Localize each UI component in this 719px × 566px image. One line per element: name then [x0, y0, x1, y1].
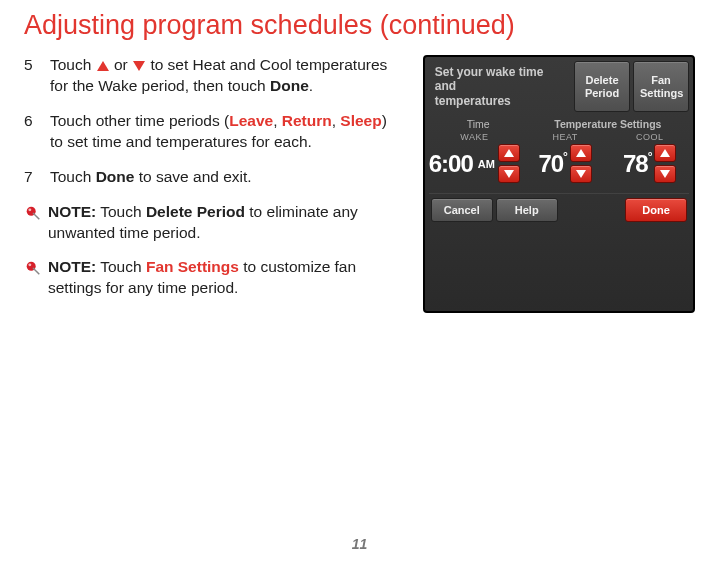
time-down-button[interactable] — [498, 165, 520, 183]
wake-label: WAKE — [429, 132, 520, 142]
svg-line-2 — [33, 213, 39, 219]
heat-label: HEAT — [526, 132, 605, 142]
up-arrow-icon — [97, 61, 109, 71]
text: Period — [581, 87, 623, 99]
note-delete-period: NOTE: Touch Delete Period to eliminate a… — [24, 202, 403, 244]
text: , — [273, 112, 282, 129]
down-arrow-icon — [133, 61, 145, 71]
note-text: NOTE: Touch Delete Period to eliminate a… — [48, 202, 403, 244]
cool-label: COOL — [610, 132, 689, 142]
text: 78 — [623, 150, 648, 177]
degree-icon: ° — [648, 150, 652, 164]
text: Delete — [581, 74, 623, 86]
cool-down-button[interactable] — [654, 165, 676, 183]
return-keyword: Return — [282, 112, 332, 129]
text: to save and exit. — [134, 168, 251, 185]
step-number: 6 — [24, 111, 50, 153]
note-fan-settings: NOTE: Touch Fan Settings to customize fa… — [24, 257, 403, 299]
step-text: Touch other time periods (Leave, Return,… — [50, 111, 403, 153]
fan-settings-keyword: Fan Settings — [146, 258, 239, 275]
step-number: 7 — [24, 167, 50, 188]
time-up-button[interactable] — [498, 144, 520, 162]
degree-icon: ° — [563, 150, 567, 164]
cool-value: 78° — [623, 150, 652, 178]
cool-up-button[interactable] — [654, 144, 676, 162]
text: Touch other time periods ( — [50, 112, 229, 129]
help-button[interactable]: Help — [496, 198, 558, 222]
time-value: 6:00 — [429, 150, 473, 178]
down-arrow-icon — [504, 170, 514, 178]
cancel-button[interactable]: Cancel — [431, 198, 493, 222]
heat-value: 70° — [538, 150, 567, 178]
step-text: Touch or to set Heat and Cool temperatur… — [50, 55, 403, 97]
time-ampm: AM — [478, 158, 495, 170]
text: Touch — [96, 203, 146, 220]
text: or — [110, 56, 132, 73]
svg-point-1 — [28, 208, 31, 211]
cool-block: COOL 78° — [610, 132, 689, 183]
text: Settings — [640, 87, 682, 99]
leave-keyword: Leave — [229, 112, 273, 129]
temperature-column-label: Temperature Settings — [529, 118, 687, 130]
svg-point-4 — [28, 264, 31, 267]
step-text: Touch Done to save and exit. — [50, 167, 403, 188]
heat-block: HEAT 70° — [526, 132, 605, 183]
step-number: 5 — [24, 55, 50, 97]
pushpin-icon — [24, 204, 42, 222]
svg-line-5 — [33, 268, 39, 274]
text: Touch — [96, 258, 146, 275]
text: temperatures — [435, 94, 565, 108]
text: Touch — [50, 168, 96, 185]
done-keyword: Done — [96, 168, 135, 185]
delete-period-keyword: Delete Period — [146, 203, 245, 220]
instruction-column: 5 Touch or to set Heat and Cool temperat… — [24, 55, 403, 313]
delete-period-button[interactable]: Delete Period — [574, 61, 630, 112]
text: . — [309, 77, 313, 94]
up-arrow-icon — [504, 149, 514, 157]
step-7: 7 Touch Done to save and exit. — [24, 167, 403, 188]
sleep-keyword: Sleep — [340, 112, 381, 129]
thermostat-panel: Set your wake time and temperatures Dele… — [423, 55, 695, 313]
up-arrow-icon — [660, 149, 670, 157]
page-title: Adjusting program schedules (continued) — [24, 10, 695, 41]
heat-up-button[interactable] — [570, 144, 592, 162]
done-button[interactable]: Done — [625, 198, 687, 222]
text: 70 — [538, 150, 563, 177]
note-label: NOTE: — [48, 203, 96, 220]
up-arrow-icon — [576, 149, 586, 157]
note-label: NOTE: — [48, 258, 96, 275]
time-block: WAKE 6:00AM — [429, 132, 520, 183]
fan-settings-button[interactable]: Fan Settings — [633, 61, 689, 112]
down-arrow-icon — [660, 170, 670, 178]
heat-down-button[interactable] — [570, 165, 592, 183]
done-keyword: Done — [270, 77, 309, 94]
time-column-label: Time — [431, 118, 526, 130]
spacer — [561, 198, 622, 222]
step-6: 6 Touch other time periods (Leave, Retur… — [24, 111, 403, 153]
down-arrow-icon — [576, 170, 586, 178]
page-number: 11 — [0, 536, 719, 552]
step-5: 5 Touch or to set Heat and Cool temperat… — [24, 55, 403, 97]
text: Set your wake time and — [435, 65, 565, 94]
note-text: NOTE: Touch Fan Settings to customize fa… — [48, 257, 403, 299]
text: Fan — [640, 74, 682, 86]
pushpin-icon — [24, 259, 42, 277]
text: Touch — [50, 56, 96, 73]
header-message: Set your wake time and temperatures — [429, 61, 571, 112]
